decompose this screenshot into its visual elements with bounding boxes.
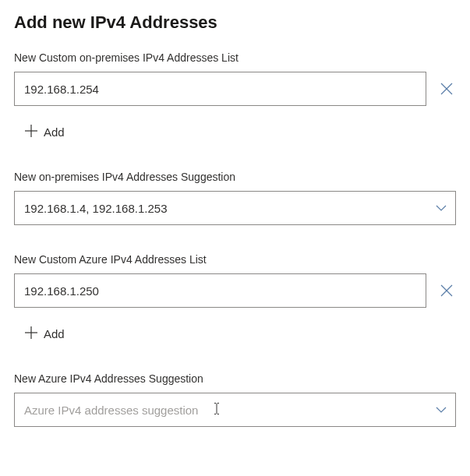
custom-onprem-label: New Custom on-premises IPv4 Addresses Li…	[14, 51, 456, 64]
remove-azure-icon[interactable]	[437, 281, 456, 300]
onprem-suggestion-label: New on-premises IPv4 Addresses Suggestio…	[14, 171, 456, 183]
custom-azure-group: New Custom Azure IPv4 Addresses List Add	[14, 253, 456, 344]
custom-azure-input[interactable]	[14, 273, 426, 308]
azure-suggestion-group: New Azure IPv4 Addresses Suggestion Azur…	[14, 372, 456, 427]
onprem-suggestion-value: 192.168.1.4, 192.168.1.253	[24, 202, 168, 215]
add-onprem-button[interactable]: Add	[25, 122, 65, 143]
custom-azure-label: New Custom Azure IPv4 Addresses List	[14, 253, 456, 266]
page-title: Add new IPv4 Addresses	[14, 12, 456, 33]
add-onprem-label: Add	[44, 125, 65, 139]
azure-suggestion-label: New Azure IPv4 Addresses Suggestion	[14, 372, 456, 385]
azure-suggestion-placeholder: Azure IPv4 addresses suggestion	[24, 404, 198, 417]
plus-icon	[25, 125, 37, 139]
custom-azure-row	[14, 273, 456, 308]
plus-icon	[25, 326, 37, 341]
add-azure-button[interactable]: Add	[25, 323, 65, 344]
onprem-suggestion-group: New on-premises IPv4 Addresses Suggestio…	[14, 171, 456, 225]
add-azure-label: Add	[44, 327, 65, 340]
azure-suggestion-select[interactable]: Azure IPv4 addresses suggestion	[14, 393, 456, 427]
custom-onprem-input[interactable]	[14, 72, 426, 106]
custom-onprem-group: New Custom on-premises IPv4 Addresses Li…	[14, 51, 456, 143]
custom-onprem-row	[14, 72, 456, 106]
onprem-suggestion-select[interactable]: 192.168.1.4, 192.168.1.253	[14, 191, 456, 225]
remove-onprem-icon[interactable]	[437, 79, 456, 98]
